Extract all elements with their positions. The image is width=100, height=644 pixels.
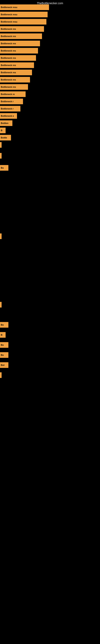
bar-label: Bottleneck resu — [1, 6, 17, 8]
bar-label: Bo — [1, 344, 4, 346]
bar-label: Bo — [1, 324, 4, 326]
bar-item: Bottleneck res — [0, 62, 34, 68]
bar-item: Bottleneck res — [0, 48, 38, 54]
bar-item: Bo — [0, 342, 8, 348]
bar-label: Bottleneck res — [1, 35, 16, 38]
bar-item: Bottleneck resu — [0, 19, 47, 24]
bar-item: Bottleneck res — [0, 70, 32, 75]
bar-item: Bo — [0, 322, 8, 328]
bar-label: Bottleneck e — [1, 115, 14, 117]
bar-item: Bottleneck re — [0, 91, 26, 97]
bar-item: Bottleneck res — [0, 55, 36, 61]
bar-label: Bottle — [1, 136, 7, 139]
bar-item: Bottleneck e — [0, 113, 17, 119]
bar-label: Bottleneck res — [1, 50, 16, 52]
bar-label: Bo — [1, 354, 4, 356]
bar-item — [0, 302, 1, 308]
bar-label: Bo — [1, 167, 4, 169]
bar-item — [0, 153, 1, 158]
bar-item: Bottleneck res — [0, 77, 30, 82]
bar-item: Bot — [0, 362, 8, 368]
bar-item: Bottleneck resu — [0, 4, 49, 10]
bar-label: Bottleneck res — [1, 42, 16, 45]
bar-label: B — [1, 129, 2, 132]
bar-item: Bottlen — [0, 120, 12, 126]
bar-label: Bottleneck r — [1, 100, 14, 103]
bar-label: Bottleneck res — [1, 57, 16, 59]
bar-label: Bot — [1, 364, 4, 366]
bar-label: B — [1, 334, 2, 336]
bar-item: Bottleneck res — [0, 26, 44, 32]
bar-label: Bottlen — [1, 122, 8, 124]
bar-label: Bottleneck res — [1, 71, 16, 74]
bar-item: Bottleneck res — [0, 84, 28, 90]
bar-label: Bottleneck resu — [1, 13, 17, 16]
bar-item: B — [0, 128, 6, 133]
bar-item: Bottleneck res — [0, 41, 40, 46]
bar-item — [0, 234, 1, 239]
bar-item: Bottleneck r — [0, 98, 23, 104]
bar-item: Bo — [0, 165, 8, 171]
bar-label: Bottleneck res — [1, 86, 16, 88]
bar-label: Bottleneck resu — [1, 20, 17, 23]
bar-item: Bottleneck res — [0, 34, 42, 39]
bar-item — [0, 142, 1, 148]
bar-item: Bottleneck resu — [0, 12, 48, 17]
bar-item: B — [0, 332, 6, 338]
bar-label: Bottleneck re — [1, 93, 15, 96]
bar-item: Bottleneck r — [0, 106, 20, 112]
bar-label: Bottleneck res — [1, 64, 16, 66]
bar-item — [0, 372, 1, 378]
bar-label: Bottleneck res — [1, 28, 16, 30]
bar-label: Bottleneck r — [1, 108, 14, 110]
bar-item: Bo — [0, 352, 8, 358]
bar-label: Bottleneck res — [1, 78, 16, 81]
bar-item: Bottle — [0, 135, 11, 140]
